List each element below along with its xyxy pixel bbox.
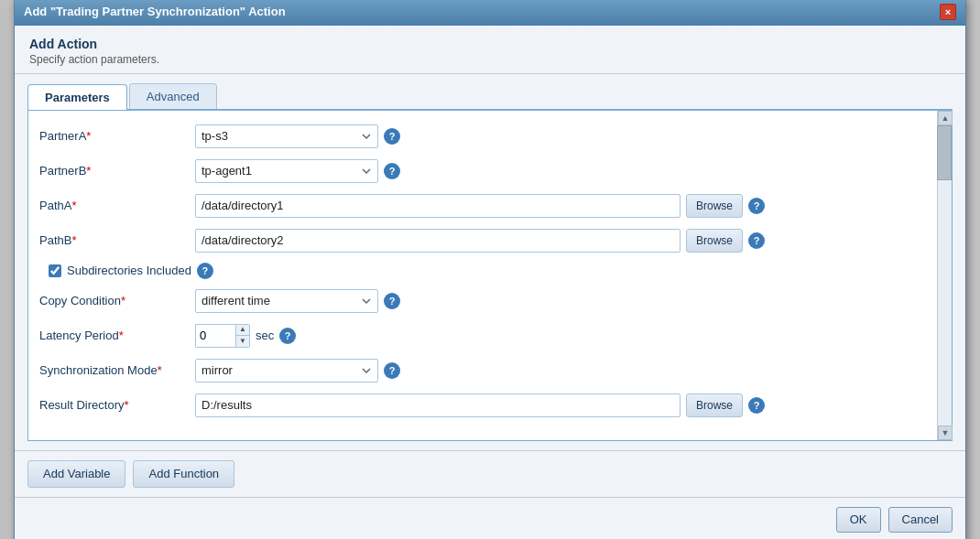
help-icon-pathA[interactable]: ? (748, 198, 765, 214)
form-container: PartnerA* tp-s3 tp-agent1 tp-agent2 ? (39, 124, 941, 418)
browse-button-pathB[interactable]: Browse (686, 229, 743, 253)
select-copyCondition[interactable]: different time always newer size (195, 289, 378, 313)
help-icon-pathB[interactable]: ? (748, 232, 765, 249)
latency-spinner: ▲ ▼ (235, 324, 250, 348)
parameters-panel: PartnerA* tp-s3 tp-agent1 tp-agent2 ? (27, 111, 953, 441)
page-title: Add Action (29, 37, 951, 51)
browse-button-resultDir[interactable]: Browse (686, 393, 743, 417)
field-pathB: PathB* Browse ? (39, 228, 926, 253)
label-copyCondition: Copy Condition* (39, 294, 195, 307)
input-latencyPeriod[interactable] (195, 324, 235, 348)
field-partnerB: PartnerB* tp-agent1 tp-s3 tp-agent2 ? (39, 158, 926, 184)
add-function-button[interactable]: Add Function (133, 460, 234, 488)
select-partnerB[interactable]: tp-agent1 tp-s3 tp-agent2 (195, 159, 378, 183)
label-pathA: PathA* (39, 199, 195, 212)
footer-actions: Add Variable Add Function (15, 450, 965, 497)
label-partnerA: PartnerA* (39, 129, 195, 143)
label-pathB: PathB* (39, 233, 195, 247)
dialog: Add "Trading Partner Synchronization" Ac… (14, 0, 966, 539)
help-icon-copyCondition[interactable]: ? (384, 293, 400, 309)
spinner-down-button[interactable]: ▼ (236, 336, 249, 347)
label-partnerB: PartnerB* (39, 164, 195, 178)
add-variable-button[interactable]: Add Variable (27, 460, 125, 488)
cancel-button[interactable]: Cancel (888, 507, 953, 533)
scroll-up-button[interactable]: ▲ (938, 111, 953, 125)
field-resultDir: Result Directory* Browse ? (39, 393, 926, 418)
checkbox-subdirectories[interactable] (49, 264, 61, 277)
page-subtitle: Specify action parameters. (29, 53, 951, 66)
dialog-titlebar: Add "Trading Partner Synchronization" Ac… (15, 0, 965, 26)
select-partnerA[interactable]: tp-s3 tp-agent1 tp-agent2 (195, 124, 378, 148)
scroll-down-button[interactable]: ▼ (938, 426, 953, 440)
input-pathB[interactable] (195, 229, 681, 253)
help-icon-partnerB[interactable]: ? (384, 163, 400, 179)
field-latencyPeriod: Latency Period* ▲ ▼ sec (39, 323, 926, 349)
spinner-up-button[interactable]: ▲ (236, 325, 249, 337)
field-partnerA: PartnerA* tp-s3 tp-agent1 tp-agent2 ? (39, 124, 926, 149)
scrollbar-track: ▲ ▼ (937, 111, 952, 440)
help-icon-resultDir[interactable]: ? (748, 397, 765, 414)
help-icon-partnerA[interactable]: ? (384, 128, 400, 145)
footer-ok-cancel: OK Cancel (15, 497, 965, 540)
label-resultDir: Result Directory* (39, 398, 195, 412)
browse-button-pathA[interactable]: Browse (686, 194, 743, 218)
label-subdirectories: Subdirectories Included (67, 264, 191, 277)
help-icon-latency[interactable]: ? (279, 328, 296, 344)
scrollbar-thumb[interactable] (937, 125, 952, 180)
dialog-title: Add "Trading Partner Synchronization" Ac… (24, 5, 286, 18)
field-pathA: PathA* Browse ? (39, 193, 926, 219)
input-resultDir[interactable] (195, 393, 681, 417)
field-copyCondition: Copy Condition* different time always ne… (39, 288, 926, 314)
help-icon-subdirectories[interactable]: ? (197, 263, 213, 279)
label-latencyPeriod: Latency Period* (39, 329, 195, 342)
tab-bar: Parameters Advanced (27, 83, 953, 111)
dialog-header: Add Action Specify action parameters. (15, 26, 965, 74)
tab-advanced[interactable]: Advanced (129, 83, 217, 109)
field-subdirectories: Subdirectories Included ? (39, 263, 926, 279)
latency-unit-label: sec (256, 329, 274, 342)
tab-parameters[interactable]: Parameters (27, 84, 127, 110)
label-syncMode: Synchronization Mode* (39, 363, 195, 377)
dialog-body: Parameters Advanced PartnerA* tp-s3 tp-a… (15, 74, 965, 450)
input-pathA[interactable] (195, 194, 681, 218)
field-syncMode: Synchronization Mode* mirror one-way two… (39, 358, 926, 383)
close-button[interactable]: × (940, 4, 956, 20)
ok-button[interactable]: OK (836, 507, 881, 533)
help-icon-syncMode[interactable]: ? (384, 362, 400, 379)
select-syncMode[interactable]: mirror one-way two-way (195, 359, 378, 383)
